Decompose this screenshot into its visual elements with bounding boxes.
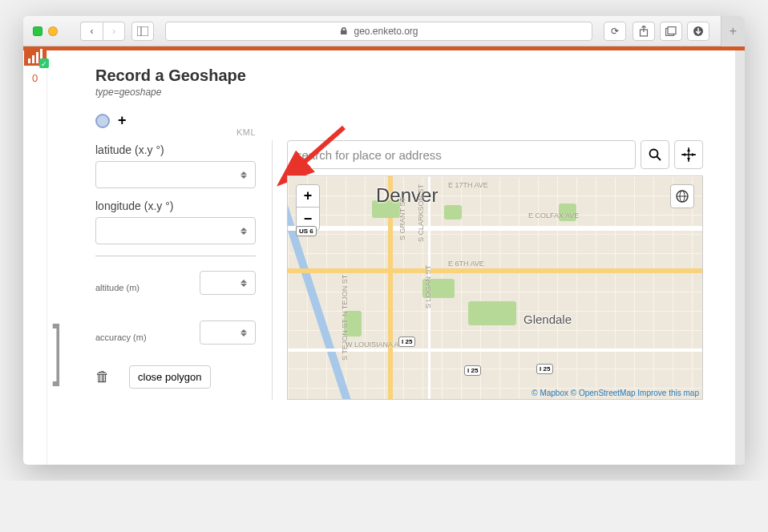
- latitude-spinner[interactable]: [241, 171, 250, 179]
- street-label: E COLFAX AVE: [528, 212, 579, 220]
- svg-marker-15: [692, 153, 695, 156]
- accuracy-spinner[interactable]: [241, 329, 250, 337]
- search-button[interactable]: [641, 140, 669, 169]
- window-controls: [33, 26, 58, 36]
- longitude-label: longitude (x.y °): [95, 200, 256, 212]
- browser-window: ‹ › 🔒︎ geo.enketo.org ⟳ +: [23, 16, 745, 465]
- map-suburb-label: Glendale: [523, 312, 572, 326]
- scrollbar[interactable]: [735, 50, 745, 465]
- downloads-button[interactable]: [687, 22, 709, 41]
- road-shield: I 25: [398, 337, 415, 347]
- longitude-input[interactable]: [95, 217, 256, 244]
- street-label: E 6TH AVE: [448, 260, 484, 268]
- new-tab-button[interactable]: +: [721, 16, 745, 46]
- altitude-label: altitude (m): [95, 283, 139, 292]
- page-subtitle: type=geoshape: [95, 87, 703, 98]
- svg-line-9: [657, 157, 661, 161]
- main-content: Record a Geoshape type=geoshape + KML l: [47, 50, 735, 465]
- attribution-osm[interactable]: © OpenStreetMap: [571, 389, 636, 397]
- street-label: S CLARKSON ST: [417, 184, 425, 242]
- svg-marker-14: [682, 153, 685, 156]
- road-shield: US 6: [296, 226, 317, 236]
- svg-marker-13: [687, 158, 690, 161]
- accuracy-input[interactable]: [200, 320, 256, 345]
- zoom-controls: + −: [296, 184, 320, 231]
- titlebar: ‹ › 🔒︎ geo.enketo.org ⟳ +: [23, 16, 745, 46]
- altitude-spinner[interactable]: [241, 280, 250, 287]
- road-shield: I 25: [536, 364, 553, 374]
- street-label: E 17TH AVE: [448, 181, 488, 189]
- maximize-window[interactable]: [33, 26, 42, 36]
- zoom-in-button[interactable]: +: [297, 185, 319, 208]
- road-shield: I 25: [464, 365, 481, 376]
- sidebar-toggle[interactable]: [131, 22, 154, 41]
- attribution-mapbox[interactable]: © Mapbox: [532, 389, 568, 397]
- kml-toggle[interactable]: KML: [236, 127, 256, 137]
- svg-marker-12: [687, 148, 690, 151]
- latitude-label: latitude (x.y °): [95, 143, 256, 156]
- street-label: N TEJON ST: [341, 275, 349, 316]
- map-city-label: Denver: [376, 184, 438, 207]
- street-label: S GRANT ST: [398, 197, 406, 240]
- street-label: S LOGAN ST: [424, 265, 432, 308]
- forward-button[interactable]: ›: [103, 22, 125, 41]
- points-row: +: [95, 112, 703, 129]
- minimize-window[interactable]: [48, 26, 58, 36]
- map-canvas[interactable]: + − Denver Glendale E 17TH AVE E COLFAX …: [287, 175, 703, 400]
- back-button[interactable]: ‹: [80, 22, 103, 41]
- page-title: Record a Geoshape: [95, 66, 703, 85]
- left-gutter: 0: [23, 50, 47, 465]
- tabs-button[interactable]: [660, 22, 682, 41]
- layer-button[interactable]: [670, 184, 694, 208]
- svg-point-8: [650, 150, 658, 158]
- coordinate-form: KML latitude (x.y °) longitude (x.y °) a…: [95, 140, 256, 389]
- form-status-icon[interactable]: [24, 46, 46, 66]
- altitude-input[interactable]: [200, 271, 256, 295]
- map-panel: search for place or address: [272, 140, 703, 400]
- latitude-input[interactable]: [95, 161, 256, 188]
- lock-icon: 🔒︎: [339, 26, 349, 37]
- annotation-arrow: [292, 123, 356, 182]
- page-viewport: 0 Record a Geoshape type=geoshape +: [23, 46, 745, 465]
- locate-button[interactable]: [674, 140, 703, 169]
- attribution-improve[interactable]: Improve this map: [637, 389, 699, 397]
- point-marker[interactable]: [95, 114, 110, 128]
- delete-point-button[interactable]: 🗑︎: [95, 369, 110, 385]
- svg-rect-5: [668, 26, 676, 34]
- record-count: 0: [32, 72, 38, 84]
- url-host: geo.enketo.org: [354, 26, 418, 37]
- nav-buttons: ‹ ›: [80, 22, 125, 41]
- address-bar[interactable]: 🔒︎ geo.enketo.org: [165, 22, 592, 41]
- bracket-decoration: ]: [47, 345, 67, 359]
- close-polygon-button[interactable]: close polygon: [129, 365, 211, 389]
- accuracy-label: accuracy (m): [95, 332, 147, 342]
- add-point-button[interactable]: +: [118, 112, 127, 129]
- map-attribution: © Mapbox © OpenStreetMap Improve this ma…: [532, 389, 699, 397]
- longitude-spinner[interactable]: [241, 228, 250, 235]
- divider: [95, 256, 256, 256]
- share-button[interactable]: [633, 22, 655, 41]
- svg-rect-0: [137, 26, 148, 36]
- svg-line-7: [298, 127, 344, 167]
- reload-button[interactable]: ⟳: [604, 22, 626, 41]
